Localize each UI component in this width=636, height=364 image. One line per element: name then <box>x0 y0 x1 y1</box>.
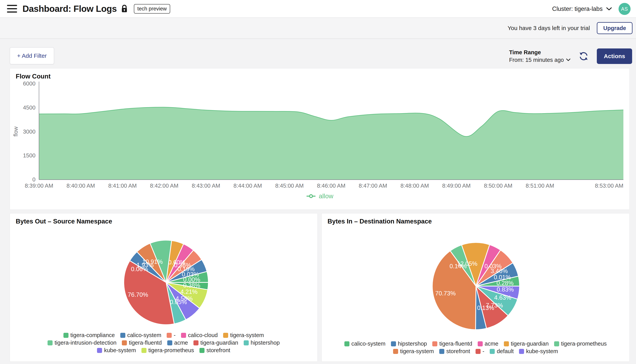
legend-item-hipstershop[interactable]: hipstershop <box>391 340 427 347</box>
legend-label: kube-system <box>526 348 558 354</box>
legend-item-acme[interactable]: acme <box>167 340 188 346</box>
legend-label: tigera-fluentd <box>129 340 162 346</box>
time-range-value: From: 15 minutes ago <box>509 57 564 63</box>
legend-swatch <box>344 341 350 346</box>
legend-label: hipstershop <box>251 340 280 346</box>
legend-item-tigera-intrusion-detection[interactable]: tigera-intrusion-detection <box>48 340 116 346</box>
legend-label: tigera-system <box>400 348 434 354</box>
legend-item-kube-system[interactable]: kube-system <box>97 347 136 354</box>
actions-button[interactable]: Actions <box>597 48 632 64</box>
legend-item-default[interactable]: default <box>490 348 514 354</box>
avatar[interactable]: AS <box>618 3 630 15</box>
cluster-selector[interactable]: Cluster: tigera-labs <box>552 6 612 12</box>
legend-swatch <box>393 349 398 354</box>
bytes-in-card: Bytes In – Destination Namespace 0.83%4.… <box>322 213 629 362</box>
time-range-selector[interactable]: Time Range From: 15 minutes ago <box>509 49 570 63</box>
legend-label: tigera-guardian <box>511 340 549 347</box>
legend-swatch <box>439 349 444 354</box>
x-tick-label: 8:47:00 AM <box>359 182 387 189</box>
x-tick-label: 8:53:00 AM <box>595 182 623 189</box>
legend-label: - <box>174 332 176 338</box>
legend-item-hipstershop[interactable]: hipstershop <box>244 340 280 346</box>
bytes-out-card: Bytes Out – Source Namespace 0.38%4.21%4… <box>10 213 317 362</box>
legend-label: tigera-fluentd <box>439 340 472 347</box>
legend-item-tigera-fluentd[interactable]: tigera-fluentd <box>122 340 162 346</box>
tech-preview-badge: tech preview <box>134 4 170 14</box>
legend-swatch <box>504 341 509 346</box>
legend-item-tigera-prometheus[interactable]: tigera-prometheus <box>141 347 194 354</box>
legend-label: hipstershop <box>398 340 427 347</box>
legend-item-tigera-guardian[interactable]: tigera-guardian <box>504 340 549 347</box>
y-tick-label: 6000 <box>23 80 36 87</box>
x-tick-label: 8:42:00 AM <box>150 182 178 189</box>
bytes-in-pie: 0.83%4.63%7.73%0.13%70.73%0.14%12.05%0.0… <box>322 214 629 362</box>
legend-swatch <box>244 340 249 346</box>
chevron-down-icon <box>566 58 570 61</box>
flow-count-chart: 01500300045006000flow8:39:00 AM8:40:00 A… <box>10 68 630 210</box>
menu-icon[interactable] <box>7 5 17 12</box>
legend-item-tigera-fluentd[interactable]: tigera-fluentd <box>432 340 472 347</box>
legend-swatch <box>478 341 483 346</box>
allow-area <box>39 107 623 180</box>
legend-label: tigera-system <box>230 332 264 338</box>
chevron-down-icon <box>606 7 612 11</box>
x-tick-label: 8:41:00 AM <box>108 182 137 189</box>
y-tick-label: 0 <box>33 176 36 182</box>
legend-swatch <box>554 341 559 346</box>
legend-label: - <box>483 348 484 354</box>
legend-swatch <box>476 349 481 354</box>
legend-label: tigera-guardian <box>200 340 238 346</box>
time-range-title: Time Range <box>509 49 570 56</box>
legend-item-calico-cloud[interactable]: calico-cloud <box>181 332 218 338</box>
app-header: Dashboard: Flow Logs tech preview Cluste… <box>0 0 636 18</box>
y-tick-label: 1500 <box>23 152 36 158</box>
x-tick-label: 8:51:00 AM <box>526 182 554 189</box>
add-filter-button[interactable]: + Add Filter <box>10 47 54 64</box>
legend-label: calico-system <box>127 332 161 338</box>
legend-label: calico-system <box>351 340 386 347</box>
legend-swatch <box>490 349 495 354</box>
legend-label: tigera-prometheus <box>148 347 194 354</box>
legend-swatch <box>181 333 186 338</box>
legend-item-kube-system[interactable]: kube-system <box>519 348 558 354</box>
page-title: Dashboard: Flow Logs <box>23 4 117 14</box>
refresh-icon[interactable] <box>578 51 589 61</box>
legend-label: kube-system <box>104 347 136 354</box>
legend-swatch <box>199 348 204 353</box>
legend-swatch <box>167 340 172 346</box>
legend-item-tigera-guardian[interactable]: tigera-guardian <box>193 340 238 346</box>
x-tick-label: 8:44:00 AM <box>233 182 262 189</box>
flow-count-card: Flow Count 01500300045006000flow8:39:00 … <box>10 68 629 210</box>
legend-swatch <box>432 341 437 346</box>
y-tick-label: 4500 <box>23 104 36 111</box>
y-axis-label: flow <box>13 126 19 137</box>
legend-item-calico-system[interactable]: calico-system <box>120 332 161 338</box>
legend-item-calico-system[interactable]: calico-system <box>344 340 386 347</box>
legend-item-tigera-system[interactable]: tigera-system <box>393 348 434 354</box>
y-tick-label: 3000 <box>23 128 36 135</box>
legend-item-tigera-prometheus[interactable]: tigera-prometheus <box>554 340 607 347</box>
x-tick-label: 8:43:00 AM <box>192 182 220 189</box>
legend-swatch <box>193 340 198 346</box>
allow-legend-label: allow <box>319 192 333 200</box>
legend-item-allow[interactable]: allow <box>10 192 629 200</box>
legend-item--[interactable]: - <box>167 332 176 338</box>
legend-label: storefront <box>206 347 230 354</box>
trial-banner: You have 3 days left in your trial Upgra… <box>0 18 636 39</box>
trial-message: You have 3 days left in your trial <box>508 25 590 32</box>
legend-item--[interactable]: - <box>476 348 484 354</box>
x-tick-label: 8:46:00 AM <box>317 182 346 189</box>
legend-item-tigera-system[interactable]: tigera-system <box>223 332 264 338</box>
x-tick-label: 8:45:00 AM <box>275 182 304 189</box>
upgrade-button[interactable]: Upgrade <box>597 22 632 34</box>
bytes-in-legend: calico-systemhipstershoptigera-fluentdac… <box>322 340 629 354</box>
legend-item-storefront[interactable]: storefront <box>439 348 470 354</box>
x-tick-label: 8:40:00 AM <box>67 182 95 189</box>
legend-label: acme <box>485 340 498 347</box>
legend-swatch <box>391 341 396 346</box>
legend-item-tigera-compliance[interactable]: tigera-compliance <box>64 332 115 338</box>
legend-item-acme[interactable]: acme <box>478 340 498 347</box>
legend-item-storefront[interactable]: storefront <box>199 347 230 354</box>
legend-swatch <box>48 340 53 346</box>
lock-icon <box>121 5 128 13</box>
